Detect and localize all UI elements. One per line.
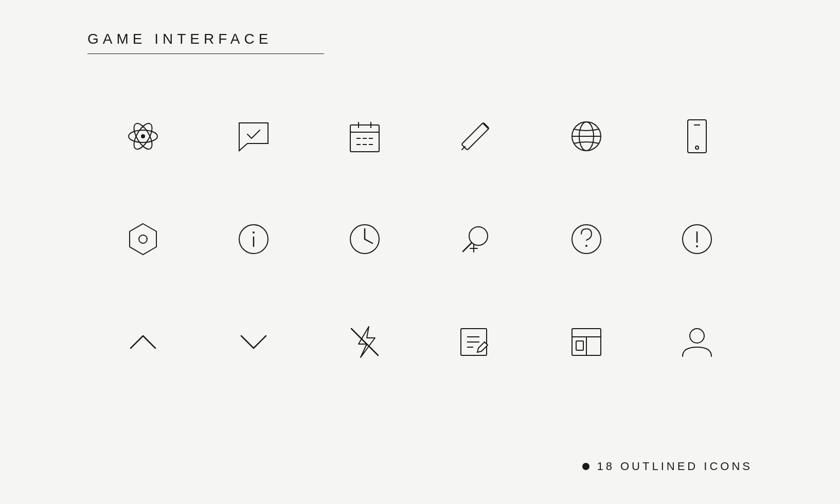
user-icon-cell [642, 291, 753, 393]
title-section: GAME INTERFACE [87, 31, 753, 54]
svg-line-15 [462, 147, 465, 150]
hexagon-settings-icon [122, 219, 164, 260]
svg-point-23 [139, 235, 147, 243]
chat-check-icon-cell [199, 85, 310, 188]
atom-icon [122, 116, 164, 157]
question-circle-icon [566, 219, 607, 260]
icons-grid [87, 85, 753, 393]
svg-point-38 [696, 245, 698, 247]
svg-point-26 [253, 231, 255, 233]
badge-dot [582, 463, 589, 470]
info-circle-icon [233, 219, 274, 260]
user-icon [676, 321, 718, 363]
svg-line-29 [365, 239, 372, 243]
no-flash-icon-cell [309, 291, 420, 393]
no-flash-icon [344, 321, 385, 363]
exclamation-circle-icon [676, 219, 718, 260]
pencil-icon-cell [420, 85, 531, 188]
edit-list-icon [455, 321, 496, 363]
svg-rect-47 [576, 341, 583, 350]
tablet-icon [676, 116, 718, 157]
badge-text: 18 OUTLINED ICONS [597, 460, 753, 473]
search-icon [455, 219, 496, 260]
page-container: GAME INTERFACE [0, 0, 840, 504]
svg-point-3 [141, 134, 145, 138]
exclamation-circle-icon-cell [642, 188, 753, 291]
info-circle-icon-cell [199, 188, 310, 291]
search-icon-cell [420, 188, 531, 291]
calendar-icon-cell [309, 85, 420, 188]
bottom-badge: 18 OUTLINED ICONS [582, 460, 753, 473]
edit-list-icon-cell [420, 291, 531, 393]
hexagon-settings-icon-cell [87, 188, 199, 291]
globe-icon [566, 116, 607, 157]
chevron-down-icon [233, 321, 274, 363]
title-underline [87, 53, 324, 54]
atom-icon-cell [87, 85, 199, 188]
svg-point-48 [690, 329, 704, 343]
chat-check-icon [233, 116, 274, 157]
svg-point-21 [695, 146, 699, 149]
clock-icon-cell [309, 188, 420, 291]
chevron-up-icon [122, 321, 164, 363]
question-circle-icon-cell [531, 188, 642, 291]
chevron-up-icon-cell [87, 291, 199, 393]
globe-icon-cell [531, 85, 642, 188]
content-area: GAME INTERFACE [87, 31, 753, 393]
layout-icon-cell [531, 291, 642, 393]
tablet-icon-cell [642, 85, 753, 188]
page-title: GAME INTERFACE [87, 31, 753, 47]
clock-icon [344, 219, 385, 260]
chevron-down-icon-cell [199, 291, 310, 393]
svg-rect-14 [461, 122, 489, 150]
layout-icon [566, 321, 607, 363]
pencil-icon [455, 116, 496, 157]
svg-marker-22 [130, 224, 156, 255]
calendar-icon [344, 116, 385, 157]
svg-point-35 [585, 245, 587, 247]
svg-line-31 [463, 243, 472, 251]
